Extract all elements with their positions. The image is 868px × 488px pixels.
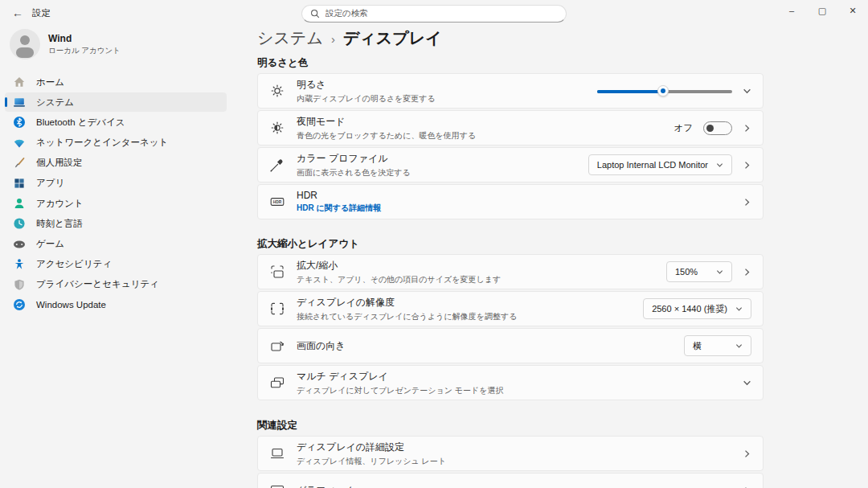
chevron-down-icon — [716, 162, 723, 169]
sidebar-item-privacy-security[interactable]: プライバシーとセキュリティ — [5, 275, 227, 294]
chevron-right-icon[interactable] — [743, 449, 751, 458]
sidebar-item-label: ゲーム — [36, 238, 64, 250]
time-language-icon — [13, 217, 26, 230]
brightness-subtitle: 内蔵ディスプレイの明るさを変更する — [297, 93, 436, 105]
chevron-right-icon[interactable] — [743, 161, 751, 170]
minimize-button[interactable]: – — [776, 0, 807, 21]
sidebar-item-gaming[interactable]: ゲーム — [5, 235, 227, 254]
hdr-info-link[interactable]: HDR に関する詳細情報 — [297, 203, 381, 214]
display-orientation-title: 画面の向き — [297, 339, 346, 353]
sidebar-item-label: ホーム — [36, 76, 64, 88]
section-title-brightness-color: 明るさと色 — [257, 56, 764, 70]
sidebar-item-bluetooth-devices[interactable]: Bluetooth とデバイス — [5, 113, 227, 132]
sidebar-item-network-internet[interactable]: ネットワークとインターネット — [5, 133, 227, 153]
sidebar-item-system[interactable]: システム — [5, 92, 227, 112]
sidebar-item-accessibility[interactable]: アクセシビリティ — [5, 255, 227, 274]
breadcrumb: システム › ディスプレイ — [257, 27, 764, 49]
scale-subtitle: テキスト、アプリ、その他の項目のサイズを変更します — [297, 274, 501, 285]
sidebar-item-label: アクセシビリティ — [36, 258, 112, 270]
color-profile-dropdown-value: Laptop Internal LCD Monitor — [597, 160, 708, 170]
home-icon — [13, 76, 26, 88]
row-scale[interactable]: 拡大/縮小 テキスト、アプリ、その他の項目のサイズを変更します 150% — [257, 254, 764, 289]
graphics-title: グラフィック — [297, 484, 356, 488]
app-title: 設定 — [32, 7, 51, 19]
sidebar-item-windows-update[interactable]: Windows Update — [5, 295, 227, 314]
night-light-icon — [269, 120, 285, 136]
user-account[interactable]: Wind ローカル アカウント — [10, 29, 121, 59]
windows-update-icon — [13, 298, 26, 311]
row-hdr[interactable]: HDR HDR HDR に関する詳細情報 — [257, 184, 764, 219]
advanced-display-title: ディスプレイの詳細設定 — [297, 441, 446, 454]
row-multiple-displays[interactable]: マルチ ディスプレイ ディスプレイに対してプレゼンテーション モードを選択 — [257, 365, 764, 400]
avatar — [10, 29, 40, 59]
privacy-icon — [13, 278, 26, 291]
chevron-right-icon[interactable] — [743, 198, 751, 207]
display-orientation-dropdown-value: 横 — [693, 340, 702, 352]
user-name: Wind — [48, 33, 121, 44]
brightness-icon — [269, 83, 285, 99]
scale-dropdown[interactable]: 150% — [666, 261, 732, 282]
chevron-right-icon[interactable] — [743, 268, 751, 277]
sidebar-item-apps[interactable]: アプリ — [5, 174, 227, 193]
display-orientation-icon — [269, 338, 285, 354]
display-resolution-title: ディスプレイの解像度 — [297, 296, 517, 310]
bluetooth-icon — [13, 116, 26, 129]
color-profile-dropdown[interactable]: Laptop Internal LCD Monitor — [588, 154, 732, 175]
display-resolution-dropdown-value: 2560 × 1440 (推奨) — [652, 303, 727, 315]
apps-icon — [13, 177, 26, 190]
multiple-displays-icon — [269, 375, 285, 391]
advanced-display-subtitle: ディスプレイ情報、リフレッシュ レート — [297, 456, 446, 467]
brightness-title: 明るさ — [297, 78, 436, 92]
sidebar-item-time-language[interactable]: 時刻と言語 — [5, 214, 227, 233]
chevron-down-icon[interactable] — [743, 87, 751, 96]
night-light-title: 夜間モード — [297, 115, 476, 129]
sidebar-item-accounts[interactable]: アカウント — [5, 194, 227, 213]
row-display-resolution: ディスプレイの解像度 接続されているディスプレイに合うように解像度を調整する 2… — [257, 291, 764, 326]
row-graphics[interactable]: グラフィック — [257, 473, 764, 488]
sidebar-item-label: 個人用設定 — [36, 157, 83, 169]
brightness-slider-fill — [597, 90, 663, 93]
display-resolution-subtitle: 接続されているディスプレイに合うように解像度を調整する — [297, 311, 517, 322]
sidebar-item-label: アプリ — [36, 177, 64, 189]
breadcrumb-separator: › — [331, 32, 335, 46]
color-profile-icon — [269, 157, 285, 173]
night-light-toggle[interactable] — [703, 121, 732, 135]
sidebar-item-label: 時刻と言語 — [36, 218, 83, 230]
row-brightness: 明るさ 内蔵ディスプレイの明るさを変更する — [257, 73, 764, 109]
section-title-scale-layout: 拡大縮小とレイアウト — [257, 237, 764, 251]
breadcrumb-system[interactable]: システム — [257, 27, 323, 49]
brightness-slider-thumb[interactable] — [657, 85, 669, 96]
display-resolution-dropdown[interactable]: 2560 × 1440 (推奨) — [643, 298, 751, 319]
row-advanced-display[interactable]: ディスプレイの詳細設定 ディスプレイ情報、リフレッシュ レート — [257, 436, 764, 471]
network-icon — [13, 137, 26, 150]
sidebar-item-personalization[interactable]: 個人用設定 — [5, 154, 227, 173]
close-button[interactable]: ✕ — [837, 0, 868, 21]
sidebar-item-label: アカウント — [36, 198, 84, 210]
page-title: ディスプレイ — [343, 27, 442, 49]
display-orientation-dropdown[interactable]: 横 — [684, 335, 751, 356]
row-night-light[interactable]: 夜間モード 青色の光をブロックするために、暖色を使用する オフ — [257, 110, 764, 146]
color-profile-title: カラー プロファイル — [297, 152, 411, 166]
scale-icon — [269, 264, 285, 280]
sidebar-item-label: Bluetooth とデバイス — [36, 117, 125, 129]
accessibility-icon — [13, 258, 26, 271]
graphics-icon — [269, 482, 285, 488]
gaming-icon — [13, 238, 26, 251]
sidebar-item-label: システム — [36, 96, 74, 109]
back-button[interactable]: ← — [10, 6, 26, 20]
brightness-slider[interactable] — [597, 85, 732, 96]
color-profile-subtitle: 画面に表示される色を決定する — [297, 167, 411, 178]
chevron-down-icon — [735, 306, 743, 313]
display-resolution-icon — [269, 301, 285, 317]
sidebar-item-home[interactable]: ホーム — [5, 72, 227, 92]
personalization-icon — [13, 157, 26, 170]
chevron-right-icon[interactable] — [743, 124, 751, 133]
row-display-orientation: 画面の向き 横 — [257, 328, 764, 363]
maximize-button[interactable]: ▢ — [807, 0, 837, 21]
row-color-profile[interactable]: カラー プロファイル 画面に表示される色を決定する Laptop Interna… — [257, 147, 764, 182]
main-content: システム › ディスプレイ 明るさと色 明るさ 内蔵ディスプレイの明るさを変更す… — [257, 0, 764, 488]
scale-dropdown-value: 150% — [675, 267, 698, 277]
advanced-display-icon — [269, 445, 285, 461]
chevron-down-icon[interactable] — [743, 379, 751, 388]
user-account-type: ローカル アカウント — [48, 46, 121, 56]
